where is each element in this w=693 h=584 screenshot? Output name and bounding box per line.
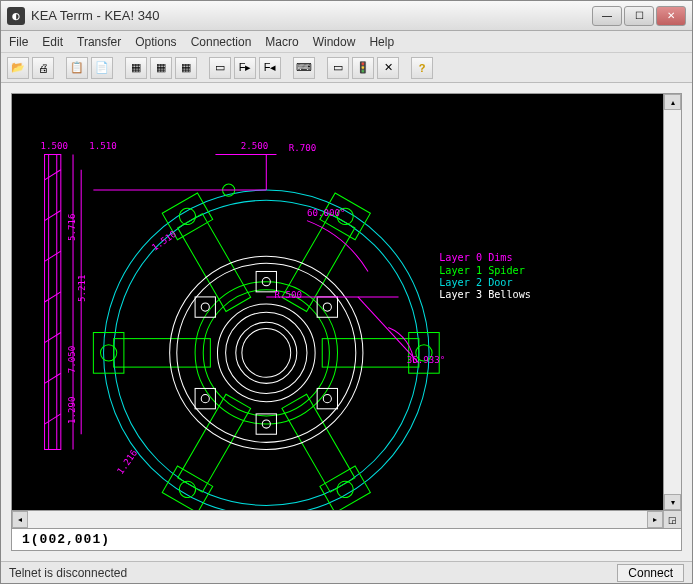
dim-5: 5.716 [67,213,77,241]
dim-12: 1.290 [67,397,77,425]
scroll-left-button[interactable]: ◂ [12,511,28,528]
open-button[interactable]: 📂 [7,57,29,79]
paste-button[interactable]: 📄 [91,57,113,79]
svg-point-28 [242,328,291,377]
svg-line-45 [45,210,61,220]
horizontal-scrollbar[interactable]: ◂ ▸ ◲ [11,511,682,529]
menu-connection[interactable]: Connection [191,35,252,49]
connect-button[interactable]: Connect [617,564,684,582]
svg-point-12 [176,478,198,500]
svg-point-25 [217,304,315,402]
hscroll-track[interactable] [28,511,647,528]
svg-point-3 [203,290,329,416]
svg-point-39 [323,395,331,403]
tool-button-3[interactable]: ▦ [175,57,197,79]
svg-point-37 [323,303,331,311]
menu-macro[interactable]: Macro [265,35,298,49]
tool-button-2[interactable]: ▦ [150,57,172,79]
menu-file[interactable]: File [9,35,28,49]
scroll-track[interactable] [664,110,681,494]
dim-2: 1.510 [89,141,117,151]
menu-transfer[interactable]: Transfer [77,35,121,49]
coordinates-bar: 1(002,001) [11,529,682,551]
svg-point-38 [201,303,209,311]
vertical-scrollbar[interactable]: ▴ ▾ [663,94,681,510]
svg-point-27 [236,322,297,383]
dim-9: 5.211 [77,274,87,302]
app-icon: ◐ [7,7,25,25]
legend-l0: Layer 0 Dims [439,252,512,263]
maximize-button[interactable]: ☐ [624,6,654,26]
coordinates-value: 1(002,001) [22,532,110,547]
close-button[interactable]: ✕ [656,6,686,26]
dim-4: R.700 [289,143,317,153]
cad-drawing: 1.500 1.510 2.500 R.700 5.716 60.000° 1.… [12,94,663,510]
app-window: ◐ KEA Terrm - KEA! 340 — ☐ ✕ File Edit T… [0,0,693,584]
menu-help[interactable]: Help [369,35,394,49]
svg-point-9 [334,478,356,500]
legend-l3: Layer 3 Bellows [439,289,531,300]
tool-button-4[interactable]: ▭ [209,57,231,79]
svg-line-48 [45,333,61,343]
legend-l2: Layer 2 Door [439,277,512,288]
svg-point-15 [100,345,116,361]
toolbar: 📂 🖨 📋 📄 ▦ ▦ ▦ ▭ F▸ F◂ ⌨ ▭ 🚦 ✕ ? [1,53,692,83]
print-button[interactable]: 🖨 [32,57,54,79]
window-controls: — ☐ ✕ [592,6,686,26]
dim-13: 1.216 [115,448,139,476]
help-button[interactable]: ? [411,57,433,79]
copy-button[interactable]: 📋 [66,57,88,79]
tool-button-9[interactable]: 🚦 [352,57,374,79]
svg-line-50 [45,414,61,424]
dim-8: R.500 [274,290,302,300]
dim-1: 1.500 [40,141,68,151]
svg-line-57 [358,297,419,363]
legend-l1: Layer 1 Spider [439,265,525,276]
tool-button-7[interactable]: ⌨ [293,57,315,79]
window-title: KEA Terrm - KEA! 340 [31,8,592,23]
scroll-up-button[interactable]: ▴ [664,94,681,110]
tool-button-5[interactable]: F▸ [234,57,256,79]
svg-point-0 [104,190,430,510]
dim-7: 1.510 [150,229,178,253]
svg-point-2 [195,282,337,424]
svg-point-26 [226,312,307,393]
terminal-canvas[interactable]: 1.500 1.510 2.500 R.700 5.716 60.000° 1.… [12,94,663,510]
menu-window[interactable]: Window [313,35,356,49]
minimize-button[interactable]: — [592,6,622,26]
svg-point-18 [176,205,198,227]
dim-6: 60.000° [307,208,346,218]
content-area: 1.500 1.510 2.500 R.700 5.716 60.000° 1.… [1,83,692,561]
svg-rect-41 [45,155,61,450]
dim-3: 2.500 [241,141,269,151]
titlebar: ◐ KEA Terrm - KEA! 340 — ☐ ✕ [1,1,692,31]
menubar: File Edit Transfer Options Connection Ma… [1,31,692,53]
statusbar: Telnet is disconnected Connect [1,561,692,583]
svg-line-46 [45,251,61,261]
svg-line-47 [45,292,61,302]
scroll-corner: ◲ [663,511,681,528]
tool-button-6[interactable]: F◂ [259,57,281,79]
menu-edit[interactable]: Edit [42,35,63,49]
terminal-wrap: 1.500 1.510 2.500 R.700 5.716 60.000° 1.… [11,93,682,511]
status-text: Telnet is disconnected [9,566,617,580]
dim-11: 36.933° [407,355,446,365]
svg-line-44 [45,170,61,180]
svg-point-40 [201,395,209,403]
legend: Layer 0 Dims Layer 1 Spider Layer 2 Door… [439,252,531,300]
svg-line-49 [45,373,61,383]
tool-button-10[interactable]: ✕ [377,57,399,79]
scroll-down-button[interactable]: ▾ [664,494,681,510]
tool-button-1[interactable]: ▦ [125,57,147,79]
menu-options[interactable]: Options [135,35,176,49]
dim-10: 7.050 [67,346,77,374]
scroll-right-button[interactable]: ▸ [647,511,663,528]
tool-button-8[interactable]: ▭ [327,57,349,79]
